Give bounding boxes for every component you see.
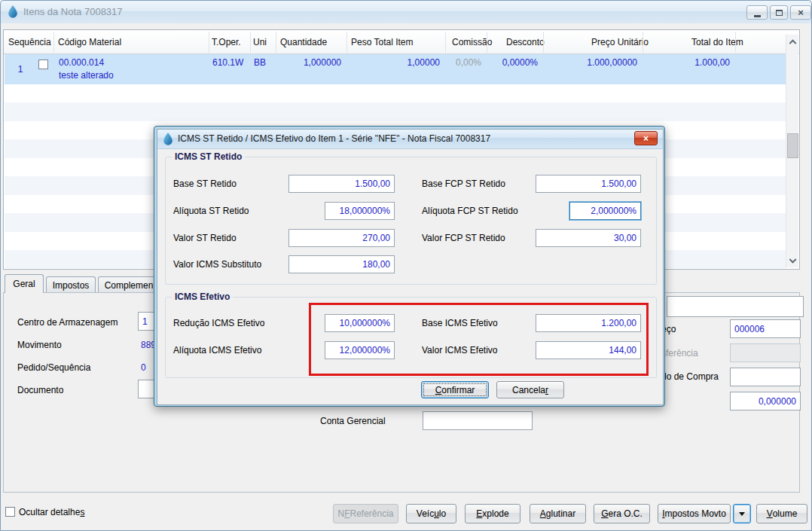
tabela-preco-input[interactable]: 000006 — [730, 319, 801, 338]
chevron-up-icon — [789, 39, 797, 47]
close-icon: × — [798, 8, 804, 17]
col-separator — [643, 32, 643, 53]
scroll-up-button[interactable] — [786, 35, 799, 47]
row-checkbox[interactable] — [38, 60, 48, 69]
grid-vertical-scrollbar[interactable] — [786, 35, 798, 267]
col-sequencia[interactable]: Sequência — [8, 37, 51, 47]
table-row-selected[interactable]: 1 00.000.014 teste alterado 610.1W BB 1,… — [5, 54, 786, 84]
conta-gerencial-label: Conta Gerencial — [320, 416, 386, 426]
aliquota-icms-efetivo-label: Alíquota ICMS Efetivo — [173, 345, 261, 356]
dialog-title: ICMS ST Retido / ICMS Efetivo do Item 1 … — [178, 133, 490, 144]
col-separator — [445, 32, 446, 53]
valor-st-retido-input[interactable]: 270,00 — [288, 229, 395, 247]
cell-comissao: 0,00% — [446, 57, 481, 68]
tab-complemento[interactable]: Complemen — [98, 276, 160, 293]
aliquota-fcp-st-retido-label: Alíquota FCP ST Retido — [422, 206, 518, 216]
icms-dialog: ICMS ST Retido / ICMS Efetivo do Item 1 … — [157, 129, 664, 405]
tab-impostos[interactable]: Impostos — [46, 276, 96, 293]
movimento-label: Movimento — [17, 340, 62, 350]
nf-referencia-button: NF Referência — [333, 504, 398, 523]
valor-icms-substituto-label: Valor ICMS Substituto — [173, 259, 261, 270]
cell-desconto: 0,0000% — [487, 57, 538, 68]
close-button[interactable]: × — [790, 5, 811, 20]
pedido-sequencia-value: 0 — [141, 362, 146, 373]
valor-icms-substituto-input[interactable]: 180,00 — [288, 255, 395, 273]
cancelar-button[interactable]: Cancelar — [496, 381, 564, 398]
dialog-drop-icon — [163, 133, 173, 145]
cell-sequencia: 1 — [8, 54, 33, 84]
cell-quantidade: 1,000000 — [276, 57, 341, 68]
minimize-button[interactable] — [746, 5, 768, 20]
col-separator — [276, 32, 276, 53]
col-preco-unitario[interactable]: Preço Unitário — [591, 37, 649, 47]
quantidade-right-input[interactable]: 0,000000 — [730, 392, 801, 410]
volume-button[interactable]: Volume — [756, 504, 807, 523]
impostos-movto-button[interactable]: Impostos Movto — [658, 504, 731, 523]
col-desconto[interactable]: Desconto — [506, 37, 545, 47]
chevron-down-icon — [789, 255, 797, 263]
aglutinar-button[interactable]: Aglutinar — [530, 504, 586, 523]
valor-fcp-st-retido-input[interactable]: 30,00 — [536, 229, 641, 247]
pedido-compra-input[interactable] — [730, 368, 801, 386]
group-icms-st-retido-title: ICMS ST Retido — [172, 151, 245, 162]
screen: Itens da Nota 7008317 × Sequência Código… — [0, 0, 812, 531]
documento-label: Documento — [17, 385, 63, 395]
col-quantidade[interactable]: Quantidade — [280, 37, 327, 47]
col-separator — [487, 32, 487, 53]
valor-fcp-st-retido-label: Valor FCP ST Retido — [422, 233, 505, 243]
pedido-sequencia-label: Pedido/Sequência — [17, 362, 90, 373]
scroll-thumb[interactable] — [787, 133, 798, 158]
gera-oc-button[interactable]: Gera O.C. — [594, 504, 650, 523]
veiculo-button[interactable]: Veículo — [406, 504, 456, 523]
valor-st-retido-label: Valor ST Retido — [173, 233, 237, 243]
col-uni[interactable]: Uni — [253, 37, 267, 47]
col-separator — [543, 32, 544, 53]
grid-header: Sequência Código Material T.Oper. Uni Qu… — [4, 30, 799, 54]
minimize-icon — [754, 15, 761, 17]
confirmar-button[interactable]: Confirmar — [421, 381, 489, 398]
cell-toper: 610.1W — [212, 57, 243, 68]
cell-uni: BB — [254, 57, 266, 68]
col-peso-total[interactable]: Peso Total Item — [351, 37, 414, 47]
dialog-titlebar[interactable]: ICMS ST Retido / ICMS Efetivo do Item 1 … — [157, 130, 663, 149]
group-icms-efetivo-title: ICMS Efetivo — [172, 291, 233, 302]
centro-armazenagem-label: Centro de Armazenagem — [17, 317, 118, 328]
col-separator — [209, 32, 209, 53]
base-fcp-st-retido-label: Base FCP ST Retido — [422, 179, 505, 189]
col-toper[interactable]: T.Oper. — [212, 37, 241, 47]
tab-geral-label: Geral — [13, 279, 35, 289]
cell-preco-unitario: 1.000,00000 — [544, 57, 637, 68]
base-fcp-st-retido-input[interactable]: 1.500,00 — [536, 175, 641, 193]
dialog-close-button[interactable]: × — [634, 131, 658, 145]
conta-gerencial-input[interactable] — [423, 411, 533, 430]
tab-complemento-label: Complemen — [105, 280, 154, 291]
col-separator — [250, 32, 251, 53]
pedido-compra-label-partial: do de Compra — [661, 371, 719, 382]
window-title: Itens da Nota 7008317 — [23, 6, 123, 17]
aliquota-fcp-st-retido-input[interactable]: 2,000000% — [569, 202, 641, 220]
explode-button[interactable]: Explode — [465, 504, 520, 523]
transferencia-input-disabled — [730, 343, 801, 362]
col-separator — [53, 32, 54, 53]
close-icon: × — [643, 133, 649, 144]
col-separator — [735, 32, 736, 53]
cell-codigo: 00.000.014 — [59, 57, 104, 68]
ocultar-detalhes-checkbox[interactable] — [5, 507, 15, 517]
aliquota-st-retido-label: Alíquota ST Retido — [173, 206, 249, 216]
base-st-retido-input[interactable]: 1.500,00 — [288, 175, 395, 193]
maximize-button[interactable] — [770, 5, 788, 20]
scroll-down-button[interactable] — [786, 255, 799, 267]
reducao-icms-efetivo-label: Redução ICMS Efetivo — [173, 318, 264, 328]
hidden-top-input[interactable] — [667, 296, 804, 317]
ocultar-detalhes-label[interactable]: Ocultar detalhes — [19, 507, 84, 517]
app-drop-icon — [8, 5, 18, 18]
cell-peso-total: 1,00000 — [347, 57, 440, 68]
window-titlebar[interactable]: Itens da Nota 7008317 × — [1, 1, 811, 23]
tab-geral[interactable]: Geral — [5, 274, 44, 293]
maximize-icon — [776, 10, 783, 16]
icms-dialog-frame: ICMS ST Retido / ICMS Efetivo do Item 1 … — [154, 126, 665, 407]
impostos-movto-dropdown-button[interactable] — [733, 504, 751, 523]
col-codigo-material[interactable]: Código Material — [58, 37, 121, 47]
cell-total-item: 1.000,00 — [643, 57, 730, 68]
aliquota-st-retido-input[interactable]: 18,000000% — [325, 202, 395, 220]
